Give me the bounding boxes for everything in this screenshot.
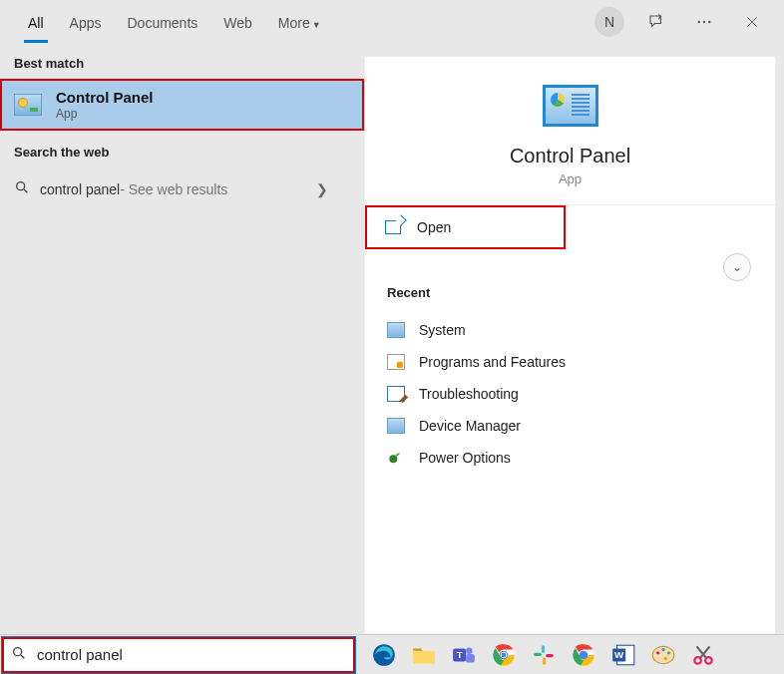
recent-item-label: Programs and Features [419, 354, 566, 370]
svg-text:W: W [614, 649, 624, 660]
system-icon [387, 322, 405, 338]
chevron-down-icon: ⌄ [732, 260, 742, 274]
svg-point-3 [17, 182, 25, 190]
svg-point-27 [667, 651, 670, 654]
filter-tabs: All Apps Documents Web More▼ [8, 3, 594, 41]
search-icon [14, 179, 34, 199]
chevron-down-icon: ▼ [312, 20, 321, 30]
svg-point-9 [466, 647, 473, 654]
svg-rect-10 [466, 653, 475, 662]
tab-all[interactable]: All [28, 3, 44, 41]
web-search-result[interactable]: control panel - See web results ❯ [0, 168, 364, 211]
search-input[interactable] [37, 646, 346, 663]
control-panel-icon [14, 94, 42, 116]
web-result-suffix: - See web results [120, 181, 227, 197]
detail-header: Control Panel App [365, 57, 775, 205]
detail-actions: Open ⌄ Recent System Programs and Featur… [365, 205, 775, 484]
svg-point-5 [14, 647, 22, 655]
web-result-query: control panel [40, 181, 120, 197]
user-avatar[interactable]: N [594, 7, 624, 37]
recent-item-device-manager[interactable]: Device Manager [387, 410, 753, 442]
svg-rect-18 [546, 653, 554, 656]
svg-point-14 [502, 652, 507, 657]
tab-documents[interactable]: Documents [127, 3, 197, 41]
search-icon [11, 645, 31, 665]
svg-point-0 [698, 21, 700, 23]
svg-point-25 [656, 651, 659, 654]
programs-icon [387, 354, 405, 370]
taskbar-app-slack[interactable] [530, 641, 558, 669]
close-button[interactable] [736, 6, 768, 38]
detail-subtitle: App [559, 171, 582, 186]
recent-item-programs[interactable]: Programs and Features [387, 346, 753, 378]
svg-text:T: T [457, 649, 463, 660]
open-icon [385, 220, 401, 234]
svg-point-26 [661, 647, 664, 650]
titlebar: All Apps Documents Web More▼ N [0, 0, 784, 44]
best-match-result[interactable]: Control Panel App [0, 79, 364, 131]
more-options-icon[interactable] [688, 6, 720, 38]
tab-apps[interactable]: Apps [70, 3, 102, 41]
svg-rect-17 [543, 657, 546, 665]
chevron-right-icon: ❯ [316, 181, 350, 197]
recent-item-label: Device Manager [419, 418, 521, 434]
titlebar-controls: N [594, 6, 776, 38]
open-action[interactable]: Open [365, 205, 566, 249]
taskbar-app-teams[interactable]: T [450, 641, 478, 669]
search-web-header: Search the web [0, 133, 364, 168]
feedback-icon[interactable] [640, 6, 672, 38]
taskbar-app-word[interactable]: W [609, 641, 637, 669]
svg-rect-16 [534, 652, 542, 655]
svg-point-1 [703, 21, 705, 23]
taskbar-apps: T W [370, 641, 717, 669]
taskbar-app-snip[interactable] [689, 641, 717, 669]
detail-title: Control Panel [510, 145, 630, 168]
taskbar-app-chrome[interactable] [490, 641, 518, 669]
control-panel-icon [543, 85, 598, 127]
best-match-subtitle: App [56, 107, 154, 121]
recent-item-troubleshooting[interactable]: Troubleshooting [387, 378, 753, 410]
recent-item-power-options[interactable]: Power Options [387, 442, 753, 474]
recent-item-label: System [419, 322, 466, 338]
taskbar: T W [0, 634, 784, 674]
recent-item-label: Troubleshooting [419, 386, 519, 402]
best-match-title: Control Panel [56, 89, 154, 106]
taskbar-app-edge[interactable] [370, 641, 398, 669]
svg-point-2 [708, 21, 710, 23]
device-manager-icon [387, 418, 405, 434]
taskbar-app-explorer[interactable] [410, 641, 438, 669]
recent-section: Recent System Programs and Features Trou… [365, 249, 775, 484]
recent-item-label: Power Options [419, 450, 511, 466]
recent-header: Recent [387, 285, 753, 300]
svg-point-28 [664, 656, 667, 659]
tab-web[interactable]: Web [223, 3, 252, 41]
results-pane: Best match Control Panel App Search the … [0, 44, 364, 634]
taskbar-app-paint[interactable] [649, 641, 677, 669]
expand-actions-button[interactable]: ⌄ [723, 253, 751, 281]
troubleshooting-icon [387, 386, 405, 402]
power-options-icon [387, 450, 405, 466]
detail-pane: Control Panel App Open ⌄ Recent System [364, 56, 776, 634]
svg-point-20 [580, 650, 588, 659]
tab-more[interactable]: More▼ [278, 3, 321, 41]
recent-item-system[interactable]: System [387, 314, 753, 346]
taskbar-app-chrome-alt[interactable] [570, 641, 597, 669]
svg-rect-15 [542, 645, 545, 653]
best-match-header: Best match [0, 44, 364, 79]
search-box[interactable] [1, 636, 356, 674]
open-label: Open [417, 219, 451, 235]
